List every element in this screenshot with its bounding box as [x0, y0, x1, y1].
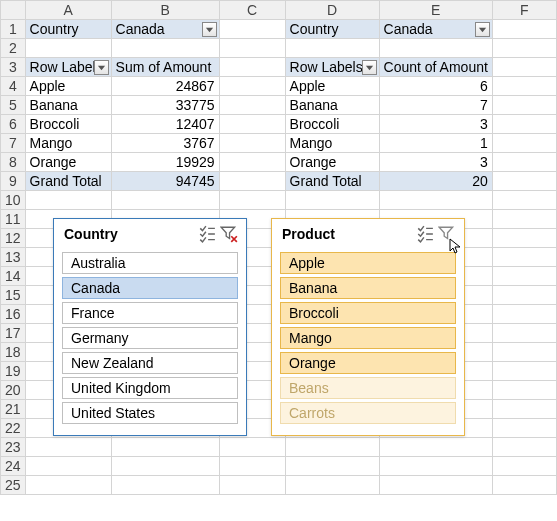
slicer-item[interactable]: Germany — [62, 327, 238, 349]
cell[interactable] — [219, 457, 285, 476]
rowlabels-dropdown-icon[interactable] — [362, 60, 377, 75]
cell[interactable] — [285, 191, 379, 210]
pivot-row-label[interactable]: Broccoli — [25, 115, 111, 134]
row-header[interactable]: 25 — [1, 476, 26, 495]
pivot-row-label[interactable]: Banana — [25, 96, 111, 115]
slicer-product[interactable]: Product AppleBananaBroccoliMangoOrangeBe… — [271, 218, 465, 436]
pivot-row-label[interactable]: Orange — [25, 153, 111, 172]
pivot-row-value[interactable]: 3 — [379, 115, 492, 134]
pivot-row-value[interactable]: 3767 — [111, 134, 219, 153]
cell[interactable] — [492, 267, 556, 286]
pivot-row-label[interactable]: Orange — [285, 153, 379, 172]
slicer-country[interactable]: Country AustraliaCanadaFranceGermanyNew … — [53, 218, 247, 436]
row-header[interactable]: 18 — [1, 343, 26, 362]
pivot-filter-field[interactable]: Country — [285, 20, 379, 39]
pivot-row-value[interactable]: 33775 — [111, 96, 219, 115]
slicer-item[interactable]: New Zealand — [62, 352, 238, 374]
slicer-item[interactable]: Canada — [62, 277, 238, 299]
slicer-item[interactable]: United Kingdom — [62, 377, 238, 399]
row-header[interactable]: 7 — [1, 134, 26, 153]
row-header[interactable]: 8 — [1, 153, 26, 172]
slicer-item[interactable]: France — [62, 302, 238, 324]
column-header-C[interactable]: C — [219, 1, 285, 20]
cell[interactable] — [492, 115, 556, 134]
pivot-filter-value[interactable]: Canada — [379, 20, 492, 39]
cell[interactable] — [285, 457, 379, 476]
cell[interactable] — [219, 476, 285, 495]
cell[interactable] — [25, 457, 111, 476]
slicer-item[interactable]: Apple — [280, 252, 456, 274]
slicer-item[interactable]: United States — [62, 402, 238, 424]
pivot-row-label[interactable]: Mango — [285, 134, 379, 153]
filter-dropdown-icon[interactable] — [475, 22, 490, 37]
row-header[interactable]: 21 — [1, 400, 26, 419]
slicer-item[interactable]: Orange — [280, 352, 456, 374]
cell[interactable] — [379, 39, 492, 58]
column-header-E[interactable]: E — [379, 1, 492, 20]
rowlabels-dropdown-icon[interactable] — [94, 60, 109, 75]
row-header[interactable]: 14 — [1, 267, 26, 286]
pivot-grand-total-value[interactable]: 20 — [379, 172, 492, 191]
cell[interactable] — [219, 115, 285, 134]
pivot-row-label[interactable]: Mango — [25, 134, 111, 153]
cell[interactable] — [492, 77, 556, 96]
cell[interactable] — [492, 153, 556, 172]
cell[interactable] — [492, 419, 556, 438]
pivot-row-labels-header[interactable]: Row Labels — [285, 58, 379, 77]
row-header[interactable]: 6 — [1, 115, 26, 134]
cell[interactable] — [285, 39, 379, 58]
cell[interactable] — [25, 191, 111, 210]
pivot-filter-value[interactable]: Canada — [111, 20, 219, 39]
row-header[interactable]: 13 — [1, 248, 26, 267]
cell[interactable] — [492, 438, 556, 457]
row-header[interactable]: 16 — [1, 305, 26, 324]
slicer-item[interactable]: Carrots — [280, 402, 456, 424]
cell[interactable] — [379, 476, 492, 495]
cell[interactable] — [219, 20, 285, 39]
column-header-A[interactable]: A — [25, 1, 111, 20]
slicer-item[interactable]: Mango — [280, 327, 456, 349]
slicer-item[interactable]: Banana — [280, 277, 456, 299]
row-header[interactable]: 20 — [1, 381, 26, 400]
row-header[interactable]: 11 — [1, 210, 26, 229]
row-header[interactable]: 10 — [1, 191, 26, 210]
cell[interactable] — [219, 172, 285, 191]
cell[interactable] — [285, 438, 379, 457]
cell[interactable] — [25, 39, 111, 58]
cell[interactable] — [25, 476, 111, 495]
pivot-row-value[interactable]: 19929 — [111, 153, 219, 172]
pivot-row-label[interactable]: Apple — [285, 77, 379, 96]
cell[interactable] — [492, 96, 556, 115]
slicer-item[interactable]: Broccoli — [280, 302, 456, 324]
cell[interactable] — [492, 39, 556, 58]
cell[interactable] — [492, 172, 556, 191]
cell[interactable] — [219, 39, 285, 58]
cell[interactable] — [492, 400, 556, 419]
cell[interactable] — [492, 457, 556, 476]
pivot-row-labels-header[interactable]: Row Labels — [25, 58, 111, 77]
cell[interactable] — [492, 58, 556, 77]
pivot-row-value[interactable]: 1 — [379, 134, 492, 153]
cell[interactable] — [492, 191, 556, 210]
cell[interactable] — [492, 305, 556, 324]
cell[interactable] — [492, 381, 556, 400]
cell[interactable] — [492, 229, 556, 248]
pivot-filter-field[interactable]: Country — [25, 20, 111, 39]
row-header[interactable]: 22 — [1, 419, 26, 438]
cell[interactable] — [219, 438, 285, 457]
select-all-corner[interactable] — [1, 1, 26, 20]
row-header[interactable]: 5 — [1, 96, 26, 115]
row-header[interactable]: 9 — [1, 172, 26, 191]
pivot-row-label[interactable]: Broccoli — [285, 115, 379, 134]
slicer-item[interactable]: Beans — [280, 377, 456, 399]
cell[interactable] — [379, 438, 492, 457]
row-header[interactable]: 17 — [1, 324, 26, 343]
cell[interactable] — [111, 438, 219, 457]
cell[interactable] — [111, 191, 219, 210]
pivot-row-value[interactable]: 3 — [379, 153, 492, 172]
pivot-row-value[interactable]: 7 — [379, 96, 492, 115]
slicer-item[interactable]: Australia — [62, 252, 238, 274]
pivot-row-value[interactable]: 12407 — [111, 115, 219, 134]
cell[interactable] — [492, 248, 556, 267]
cell[interactable] — [492, 286, 556, 305]
